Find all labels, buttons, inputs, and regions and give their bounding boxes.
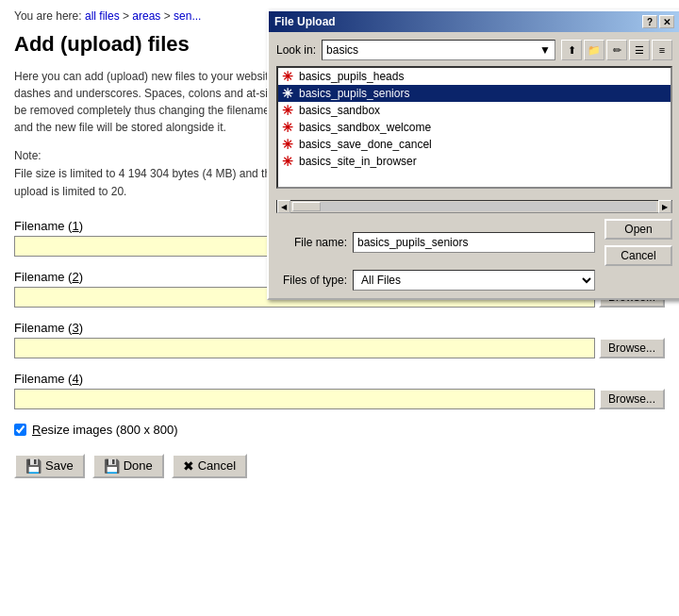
file-icon-2: ✳ xyxy=(282,86,293,101)
file-item-3[interactable]: ✳ basics_sandbox xyxy=(278,102,671,119)
dialog-cancel-button[interactable]: Cancel xyxy=(604,245,672,266)
save-button[interactable]: 💾 Save xyxy=(14,454,85,478)
dialog-filetype-label: Files of type: xyxy=(276,274,347,287)
dialog-filetype-row: Files of type: All Files xyxy=(276,270,672,291)
file-name-3: basics_sandbox xyxy=(299,104,380,117)
file-icon-1: ✳ xyxy=(282,69,293,84)
file-name-1: basics_pupils_heads xyxy=(299,70,404,83)
done-button[interactable]: 💾 Done xyxy=(92,454,164,478)
dialog-filetype-select[interactable]: All Files xyxy=(353,270,595,291)
toolbar-details-button[interactable]: ≡ xyxy=(652,40,672,60)
dialog-open-button[interactable]: Open xyxy=(604,219,672,240)
file-name-5: basics_save_done_cancel xyxy=(299,138,432,151)
filename-row-4: Filename (4) Browse... xyxy=(14,372,665,409)
cancel-icon: ✖ xyxy=(183,458,194,474)
breadcrumb-areas[interactable]: areas xyxy=(132,9,160,23)
scroll-left-arrow[interactable]: ◀ xyxy=(277,200,290,213)
file-list-area: ✳ basics_pupils_heads ✳ basics_pupils_se… xyxy=(276,66,672,189)
look-in-row: Look in: basics ▼ ⬆ 📁 ✏ ☰ ≡ xyxy=(276,40,672,60)
breadcrumb-text: You are here: xyxy=(14,9,82,23)
file-name-6: basics_site_in_browser xyxy=(299,155,417,168)
filename-label-4: Filename (4) xyxy=(14,372,665,386)
file-item-2[interactable]: ✳ basics_pupils_seniors xyxy=(278,85,671,102)
resize-row: Resize images (800 x 800) xyxy=(14,423,665,437)
file-icon-4: ✳ xyxy=(282,120,293,135)
dialog-controls: ? ✕ xyxy=(642,15,674,28)
page-background: You are here: all files > areas > sen...… xyxy=(0,0,679,616)
look-in-label: Look in: xyxy=(276,43,316,57)
done-icon: 💾 xyxy=(104,458,120,474)
filename-label-3: Filename (3) xyxy=(14,321,665,335)
file-upload-dialog[interactable]: File Upload ? ✕ Look in: basics ▼ ⬆ xyxy=(267,9,679,300)
dialog-filename-row: File name: Open Cancel xyxy=(276,219,672,266)
look-in-dropdown-icon: ▼ xyxy=(539,43,551,57)
file-item-4[interactable]: ✳ basics_sandbox_welcome xyxy=(278,119,671,136)
scroll-track xyxy=(292,202,656,211)
toolbar-list-button[interactable]: ☰ xyxy=(629,40,650,60)
breadcrumb-seniors[interactable]: sen... xyxy=(174,9,201,23)
done-label: Done xyxy=(124,458,153,473)
look-in-value: basics xyxy=(326,43,358,57)
dialog-filename-input[interactable] xyxy=(353,232,595,253)
dialog-help-button[interactable]: ? xyxy=(642,15,657,28)
dialog-titlebar: File Upload ? ✕ xyxy=(269,11,679,32)
file-item-5[interactable]: ✳ basics_save_done_cancel xyxy=(278,136,671,153)
dialog-close-button[interactable]: ✕ xyxy=(659,15,674,28)
scroll-right-arrow[interactable]: ▶ xyxy=(658,200,671,213)
dialog-body: Look in: basics ▼ ⬆ 📁 ✏ ☰ ≡ xyxy=(269,32,679,298)
filename-input-4[interactable] xyxy=(14,389,595,409)
file-icon-6: ✳ xyxy=(282,154,293,169)
dialog-filename-label: File name: xyxy=(276,236,347,249)
file-item-6[interactable]: ✳ basics_site_in_browser xyxy=(278,153,671,170)
resize-label: Resize images (800 x 800) xyxy=(32,423,178,437)
resize-checkbox[interactable] xyxy=(14,424,26,436)
toolbar-edit-button[interactable]: ✏ xyxy=(606,40,627,60)
file-item-1[interactable]: ✳ basics_pupils_heads xyxy=(278,68,671,85)
cancel-label: Cancel xyxy=(198,458,236,473)
file-icon-5: ✳ xyxy=(282,137,293,152)
filename-row-3: Filename (3) Browse... xyxy=(14,321,665,358)
file-name-2: basics_pupils_seniors xyxy=(299,87,409,100)
file-name-4: basics_sandbox_welcome xyxy=(299,121,431,134)
browse-button-3[interactable]: Browse... xyxy=(599,338,665,358)
file-icon-3: ✳ xyxy=(282,103,293,118)
filename-input-3[interactable] xyxy=(14,338,595,358)
look-in-select[interactable]: basics ▼ xyxy=(322,40,555,60)
horizontal-scrollbar[interactable]: ◀ ▶ xyxy=(276,200,672,213)
save-label: Save xyxy=(45,458,74,473)
dialog-title: File Upload xyxy=(274,15,336,28)
look-in-toolbar: ⬆ 📁 ✏ ☰ ≡ xyxy=(561,40,672,60)
action-buttons: 💾 Save 💾 Done ✖ Cancel xyxy=(14,454,665,478)
dialog-action-buttons: Open Cancel xyxy=(604,219,672,266)
breadcrumb-all-files[interactable]: all files xyxy=(85,9,120,23)
toolbar-new-folder-button[interactable]: 📁 xyxy=(584,40,604,60)
save-icon: 💾 xyxy=(25,458,41,474)
cancel-button[interactable]: ✖ Cancel xyxy=(172,454,247,478)
toolbar-up-button[interactable]: ⬆ xyxy=(561,40,582,60)
scroll-thumb[interactable] xyxy=(292,202,321,211)
browse-button-4[interactable]: Browse... xyxy=(599,389,665,409)
